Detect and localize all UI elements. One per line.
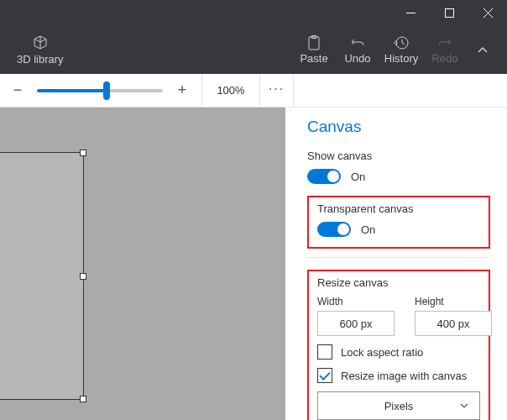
undo-icon (350, 35, 365, 50)
canvas-panel: Canvas Show canvas On Transparent canvas… (285, 108, 507, 420)
divider (307, 257, 490, 258)
width-label: Width (317, 296, 395, 307)
main-toolbar: 3D library Paste Undo History Redo (0, 25, 507, 74)
maximize-button[interactable] (430, 0, 468, 25)
height-label: Height (415, 296, 492, 307)
more-button[interactable]: ··· (260, 74, 294, 108)
transparent-canvas-label: Transparent canvas (317, 202, 480, 215)
show-canvas-label: Show canvas (307, 150, 490, 162)
show-canvas-state: On (351, 171, 365, 183)
svg-rect-0 (445, 8, 453, 17)
history-label: History (384, 52, 418, 65)
svg-rect-1 (309, 37, 319, 50)
close-button[interactable] (468, 0, 507, 25)
lock-aspect-label: Lock aspect ratio (341, 346, 423, 359)
resize-handle[interactable] (80, 396, 86, 402)
zoom-value[interactable]: 100% (201, 74, 260, 108)
chevron-up-icon (477, 44, 489, 55)
resize-section-highlight: Resize canvas Width Height Lock aspect r… (307, 270, 490, 420)
history-icon (394, 35, 409, 50)
show-canvas-toggle[interactable] (307, 169, 341, 184)
3d-library-label: 3D library (17, 53, 64, 66)
resize-handle[interactable] (80, 273, 86, 280)
zoom-bar: − + 100% ··· (0, 74, 507, 108)
canvas-selection[interactable] (0, 152, 84, 400)
unit-value: Pixels (384, 400, 414, 412)
history-button[interactable]: History (381, 35, 421, 65)
transparent-canvas-toggle[interactable] (317, 222, 351, 237)
lock-aspect-checkbox[interactable] (317, 344, 332, 360)
unit-select[interactable]: Pixels (317, 391, 480, 420)
transparent-section-highlight: Transparent canvas On (307, 196, 490, 249)
resize-handle[interactable] (80, 150, 86, 156)
paste-label: Paste (300, 52, 327, 65)
resize-image-label: Resize image with canvas (341, 370, 467, 382)
zoom-in-button[interactable]: + (170, 78, 195, 103)
zoom-slider[interactable] (37, 89, 163, 92)
redo-icon (437, 35, 452, 50)
undo-button[interactable]: Undo (337, 35, 378, 65)
width-input[interactable] (317, 311, 395, 336)
clipboard-icon (306, 35, 321, 50)
3d-library-button[interactable]: 3D library (17, 34, 64, 66)
transparent-canvas-state: On (361, 223, 375, 236)
paste-button[interactable]: Paste (294, 35, 334, 65)
height-input[interactable] (415, 311, 492, 336)
cube-icon (32, 34, 49, 51)
redo-button: Redo (425, 35, 465, 65)
window-titlebar (0, 0, 507, 25)
resize-canvas-label: Resize canvas (317, 276, 480, 289)
undo-label: Undo (344, 52, 370, 65)
canvas-workspace[interactable] (0, 108, 285, 420)
minimize-button[interactable] (391, 0, 430, 25)
panel-title: Canvas (307, 118, 490, 136)
zoom-out-button[interactable]: − (5, 78, 30, 103)
chevron-down-icon (459, 401, 469, 411)
collapse-button[interactable] (468, 44, 497, 55)
resize-image-checkbox[interactable] (317, 368, 332, 383)
redo-label: Redo (431, 52, 457, 65)
zoom-thumb[interactable] (103, 81, 110, 100)
